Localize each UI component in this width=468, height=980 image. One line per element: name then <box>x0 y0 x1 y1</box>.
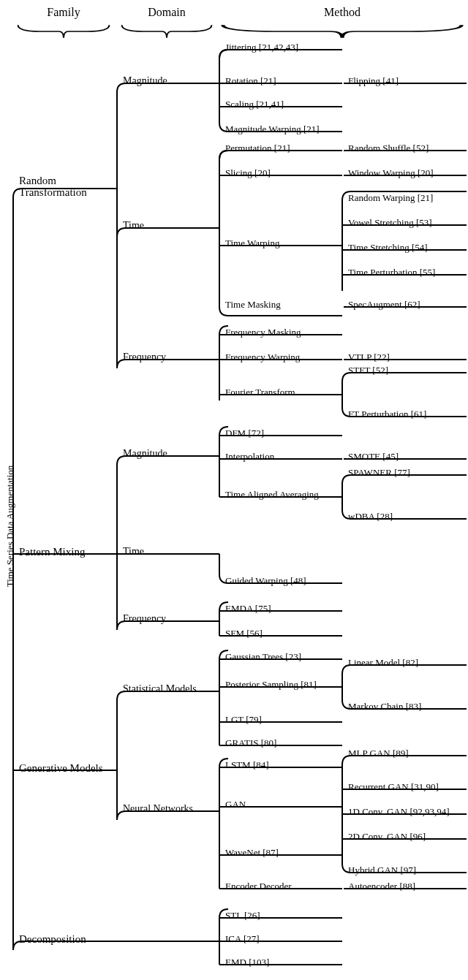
method-interp: Interpolation <box>225 452 274 462</box>
method-slicing: Slicing [20] <box>225 168 271 178</box>
method-encdec: Encoder Decoder <box>225 881 292 892</box>
method-gtrees: Gaussian Trees [23] <box>225 652 301 662</box>
family-random-transformation: RandomTransformation <box>19 175 114 199</box>
domain-neural: Neural Networks <box>123 804 193 815</box>
domain-statistical: Statistical Models <box>123 684 197 695</box>
method-jittering: Jittering [21,42,43] <box>225 42 298 53</box>
method-stl: STL [26] <box>225 911 260 921</box>
method-specaug: SpecAugment [62] <box>348 300 420 310</box>
method-ica: ICA [27] <box>225 934 260 944</box>
method-scaling: Scaling [21,41] <box>225 99 284 110</box>
method-randwarp: Random Warping [21] <box>348 193 433 203</box>
family-decomposition: Decomposition <box>19 934 86 946</box>
method-emd: EMD [103] <box>225 957 269 968</box>
family-pattern-mixing: Pattern Mixing <box>19 547 85 558</box>
method-rshuffle: Random Shuffle [52] <box>348 143 429 153</box>
domain-magnitude-rt: Magnitude <box>123 76 167 87</box>
method-gwarp: Guided Warping [48] <box>225 576 306 586</box>
method-rgan: Recurrent GAN [31,90] <box>348 782 439 792</box>
method-permutation: Permutation [21] <box>225 143 290 153</box>
method-vtlp: VTLP [22] <box>348 352 390 362</box>
method-wdba: wDBA [28] <box>348 512 393 522</box>
domain-time-pm: Time <box>123 547 144 558</box>
method-autoenc: Autoencoder [88] <box>348 881 415 892</box>
family-generative-models: Generative Models <box>19 763 103 775</box>
method-timewarp: Time Warping <box>225 238 279 248</box>
method-ftpert: FT Perturbation [61] <box>348 409 426 419</box>
method-spawner: SPAWNER [77] <box>348 468 410 478</box>
method-hgan: Hybrid GAN [97] <box>348 865 416 875</box>
method-gan: GAN <box>225 799 246 810</box>
method-magwarp: Magnitude Warping [21] <box>225 124 320 134</box>
method-flipping: Flipping [41] <box>348 76 399 86</box>
method-dfm: DFM [72] <box>225 428 264 438</box>
method-rotation: Rotation [21] <box>225 76 276 86</box>
method-lgt: LGT [79] <box>225 715 262 725</box>
method-freqmask: Frequency Masking <box>225 327 301 338</box>
method-timepert: Time Perturbation [55] <box>348 267 435 278</box>
taxonomy-diagram: Family Domain Method Time Series Data Au… <box>0 0 468 980</box>
method-gratis: GRATIS [80] <box>225 738 276 748</box>
method-markov: Markov Chain [83] <box>348 702 421 712</box>
domain-magnitude-pm: Magnitude <box>123 449 167 460</box>
method-2dgan: 2D Conv. GAN [96] <box>348 832 426 842</box>
domain-time-rt: Time <box>123 221 144 232</box>
domain-frequency-rt: Frequency <box>123 352 166 363</box>
method-psamp: Posterior Sampling [81] <box>225 680 317 690</box>
method-mlpgan: MLP GAN [89] <box>348 748 409 759</box>
method-lstm: LSTM [84] <box>225 760 269 770</box>
method-stft: STFT [52] <box>348 365 388 376</box>
method-taa: Time Aligned Averaging <box>225 490 319 500</box>
method-timestr: Time Stretching [54] <box>348 243 428 253</box>
method-freqwarp: Frequency Warping <box>225 352 300 362</box>
method-sfm: SFM [56] <box>225 628 263 639</box>
method-vowelstr: Vowel Stretching [53] <box>348 218 432 228</box>
method-timemask: Time Masking <box>225 300 281 310</box>
method-wavenet: WaveNet [87] <box>225 848 279 858</box>
method-linmod: Linear Model [82] <box>348 658 418 668</box>
domain-frequency-pm: Frequency <box>123 614 166 625</box>
method-smote: SMOTE [45] <box>348 452 399 462</box>
method-fourier: Fourier Transform <box>225 387 295 398</box>
method-emda: EMDA [75] <box>225 604 271 614</box>
method-1dgan: 1D Conv. GAN [92,93,94] <box>348 807 450 817</box>
method-windowwarp: Window Warping [20] <box>348 168 434 178</box>
